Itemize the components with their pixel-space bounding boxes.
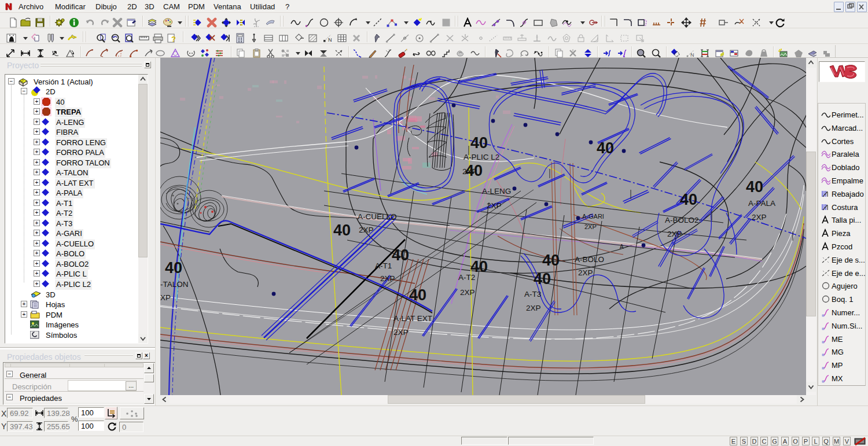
- svg-text:A-GARI: A-GARI: [582, 213, 604, 220]
- svg-text:2XP: 2XP: [393, 328, 409, 337]
- svg-text:A-LAT EXT: A-LAT EXT: [393, 314, 432, 323]
- svg-text:2XP: 2XP: [578, 268, 593, 277]
- svg-text:A-T3: A-T3: [524, 290, 541, 298]
- svg-text:2XP: 2XP: [584, 223, 597, 230]
- svg-text:A-CUELLO: A-CUELLO: [358, 212, 397, 221]
- svg-text:A-PLIC L2: A-PLIC L2: [464, 153, 499, 161]
- svg-text:N: N: [690, 52, 694, 58]
- svg-text:2XP: 2XP: [752, 213, 767, 222]
- svg-text:N: N: [328, 37, 332, 43]
- svg-text:A-LENG: A-LENG: [482, 187, 511, 196]
- svg-text:-TALON: -TALON: [160, 280, 189, 289]
- svg-text:2XP: 2XP: [526, 304, 541, 312]
- svg-text:40: 40: [333, 222, 351, 239]
- svg-text:40: 40: [470, 134, 488, 152]
- svg-text:2XP: 2XP: [667, 230, 682, 238]
- svg-text:2XP: 2XP: [462, 167, 477, 176]
- svg-text:?: ?: [171, 35, 176, 43]
- svg-text:A-BOLO2: A-BOLO2: [665, 216, 699, 224]
- svg-text:A-BOLO: A-BOLO: [575, 255, 604, 264]
- svg-text:40: 40: [597, 139, 614, 157]
- svg-text:2XP: 2XP: [460, 288, 475, 297]
- svg-text:40: 40: [165, 259, 182, 277]
- svg-text:40: 40: [542, 252, 560, 269]
- svg-text:2XP: 2XP: [359, 226, 374, 234]
- svg-text:40: 40: [392, 246, 409, 264]
- svg-text:A-T1: A-T1: [375, 261, 392, 270]
- svg-text:2XP: 2XP: [380, 274, 395, 283]
- svg-text:A-PALA: A-PALA: [748, 199, 775, 208]
- svg-text:2XP: 2XP: [487, 201, 502, 210]
- svg-text:40: 40: [746, 178, 763, 196]
- svg-text:A: A: [620, 244, 624, 250]
- svg-text:40: 40: [680, 191, 697, 208]
- svg-text:A-T2: A-T2: [458, 273, 475, 282]
- svg-text:XP: XP: [160, 293, 171, 302]
- svg-text:40: 40: [534, 270, 551, 287]
- svg-text:40: 40: [409, 286, 426, 304]
